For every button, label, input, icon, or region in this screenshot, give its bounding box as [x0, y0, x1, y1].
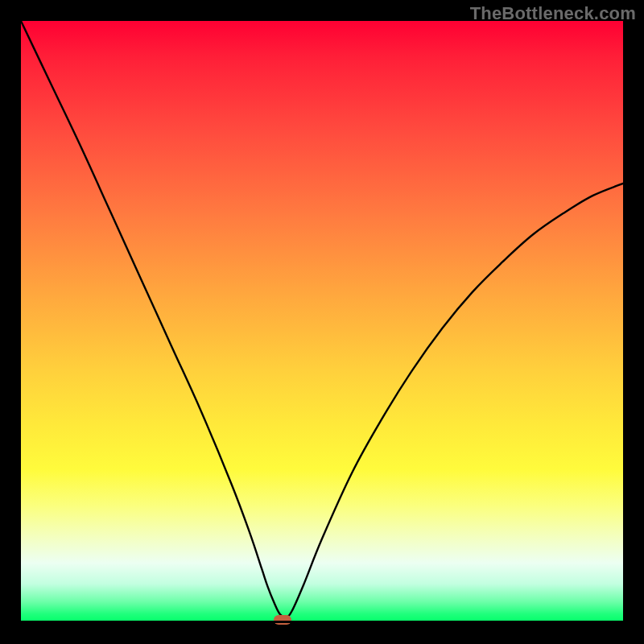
- chart-frame: TheBottleneck.com: [0, 0, 644, 644]
- watermark-text: TheBottleneck.com: [470, 3, 636, 24]
- x-axis-baseline: [21, 621, 623, 623]
- bottleneck-curve: [21, 21, 623, 617]
- curve-svg: [21, 21, 623, 623]
- plot-area: [21, 21, 623, 623]
